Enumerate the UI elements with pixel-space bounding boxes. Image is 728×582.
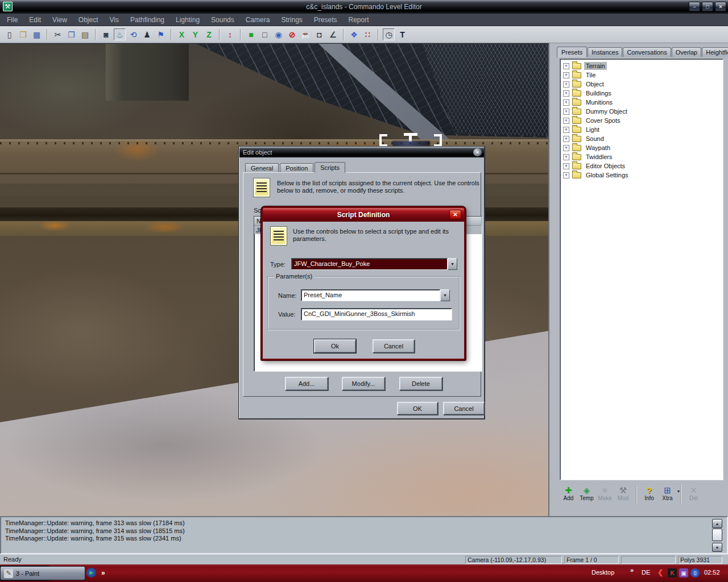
quick-launch-more-icon[interactable]: » <box>101 569 105 577</box>
drop-object-icon[interactable]: ↕ <box>224 28 236 40</box>
expand-plus-icon[interactable] <box>563 72 569 78</box>
chevron-down-icon[interactable]: ▼ <box>448 258 457 270</box>
parameter-name-combo[interactable]: Preset_Name ▼ <box>301 289 450 301</box>
xtra-button[interactable]: ⊞ Xtra ▾ <box>659 485 676 501</box>
tree-item-dummy-object[interactable]: Dummy Object <box>563 107 723 116</box>
tray-collapse-icon[interactable]: ❮ <box>657 568 663 576</box>
script-definition-cancel-button[interactable]: Cancel <box>373 339 415 353</box>
tree-item-twiddlers[interactable]: Twiddlers <box>563 152 723 161</box>
save-icon[interactable]: ▦ <box>31 28 43 40</box>
expand-plus-icon[interactable] <box>563 163 569 169</box>
tab-conversations[interactable]: Conversations <box>623 47 671 57</box>
make-button[interactable]: ✳ Make <box>596 485 614 501</box>
tree-item-global-settings[interactable]: Global Settings <box>563 171 723 180</box>
paste-icon[interactable]: ▤ <box>79 28 91 40</box>
desktop-toolbar-label[interactable]: Desktop <box>592 569 614 576</box>
menu-strings[interactable]: Strings <box>275 14 308 26</box>
desktop-more-icon[interactable]: » <box>630 567 634 573</box>
tray-kaspersky-icon[interactable]: K <box>668 568 677 577</box>
menu-report[interactable]: Report <box>343 14 375 26</box>
script-type-combo[interactable]: JFW_Character_Buy_Poke ▼ <box>291 258 457 270</box>
edit-object-cancel-button[interactable]: Cancel <box>443 402 485 415</box>
axis-y-icon[interactable]: Y <box>189 28 201 40</box>
object-select-tool-icon[interactable]: ♨ <box>114 28 126 40</box>
open-file-icon[interactable]: ❒ <box>17 28 29 40</box>
add-script-button[interactable]: Add... <box>285 377 328 390</box>
show-objects-icon[interactable]: ◉ <box>272 28 284 40</box>
tab-heightfield[interactable]: Heightfield <box>702 47 728 57</box>
cubes-icon[interactable]: ∷ <box>362 28 374 40</box>
window-titlebar[interactable]: ⚒ c&c_islands - Commando Level Editor –□… <box>0 0 728 14</box>
tree-item-waypath[interactable]: Waypath <box>563 143 723 152</box>
edit-tab-general[interactable]: General <box>245 163 279 173</box>
lamp-icon[interactable]: ☕ <box>300 28 312 40</box>
menu-presets[interactable]: Presets <box>308 14 343 26</box>
expand-plus-icon[interactable] <box>563 172 569 178</box>
parameter-value-input[interactable]: CnC_GDI_MiniGunner_3Boss_Skirmish <box>301 308 452 321</box>
script-definition-ok-button[interactable]: Ok <box>314 339 356 353</box>
menu-pathfinding[interactable]: Pathfinding <box>125 14 170 26</box>
menu-object[interactable]: Object <box>73 14 104 26</box>
mod-button[interactable]: ⚒ Mod <box>614 485 632 501</box>
edit-object-titlebar[interactable]: Edit object ✕ <box>239 147 484 157</box>
menu-lighting[interactable]: Lighting <box>170 14 205 26</box>
tray-scheduler-icon[interactable]: ▯ <box>690 568 700 577</box>
menu-sounds[interactable]: Sounds <box>205 14 240 26</box>
edit-tab-position[interactable]: Position <box>280 163 313 173</box>
tree-item-munitions[interactable]: Munitions <box>563 98 723 107</box>
wireframe-mode-icon[interactable]: □ <box>259 28 271 40</box>
tree-item-object[interactable]: Object <box>563 80 723 89</box>
copy-icon[interactable]: ❐ <box>65 28 77 40</box>
info-button[interactable]: ? Info <box>640 485 658 501</box>
task-paint[interactable]: ✎ 3 - Paint <box>0 566 85 580</box>
chevron-down-icon[interactable]: ▼ <box>440 289 450 301</box>
edit-object-ok-button[interactable]: OK <box>397 402 438 415</box>
tab-overlap[interactable]: Overlap <box>672 47 702 57</box>
axis-z-icon[interactable]: Z <box>203 28 215 40</box>
log-scrollbar[interactable]: ▲ ▼ <box>712 519 722 552</box>
shapes-icon[interactable]: ❖ <box>348 28 360 40</box>
add-preset-button[interactable]: ✚ Add <box>560 485 577 501</box>
expand-plus-icon[interactable] <box>563 154 569 160</box>
expand-plus-icon[interactable] <box>563 63 569 69</box>
menu-edit[interactable]: Edit <box>23 14 47 26</box>
solid-mode-icon[interactable]: ■ <box>245 28 257 40</box>
menu-file[interactable]: File <box>1 14 23 26</box>
presets-tree[interactable]: Terrain Tile Object Buildings <box>560 59 723 480</box>
close-icon[interactable]: ✕ <box>449 210 461 219</box>
script-type-value[interactable]: JFW_Character_Buy_Poke <box>291 258 448 270</box>
minimize-button[interactable]: – <box>689 2 700 11</box>
walkthrough-tool-icon[interactable]: ♟ <box>141 28 153 40</box>
camera-settings-icon[interactable]: ◘ <box>313 28 325 40</box>
expand-plus-icon[interactable] <box>563 99 569 106</box>
zone-edit-icon[interactable]: ∠ <box>327 28 339 40</box>
tray-winfast-icon[interactable]: ▣ <box>679 568 688 577</box>
close-button[interactable]: ✕ <box>715 2 726 11</box>
camera-tool-icon[interactable]: ◙ <box>100 28 112 40</box>
scroll-down-icon[interactable]: ▼ <box>712 543 722 552</box>
expand-plus-icon[interactable] <box>563 81 569 88</box>
tab-instances[interactable]: Instances <box>588 47 622 57</box>
tree-item-buildings[interactable]: Buildings <box>563 89 723 98</box>
tab-presets[interactable]: Presets <box>557 47 587 57</box>
tree-item-cover-spots[interactable]: Cover Spots <box>563 116 723 125</box>
quicklaunch-media-icon[interactable]: ▶ <box>86 568 96 577</box>
tree-item-terrain[interactable]: Terrain <box>563 61 723 70</box>
expand-plus-icon[interactable] <box>563 109 569 115</box>
expand-plus-icon[interactable] <box>563 90 569 97</box>
tree-item-tile[interactable]: Tile <box>563 70 723 80</box>
menu-camera[interactable]: Camera <box>240 14 276 26</box>
del-button[interactable]: ✕ Del <box>685 485 702 501</box>
menu-vis[interactable]: Vis <box>104 14 125 26</box>
selected-object[interactable] <box>392 141 430 146</box>
new-file-icon[interactable]: ▯ <box>3 28 15 40</box>
orbit-tool-icon[interactable]: ⟲ <box>127 28 139 40</box>
expand-plus-icon[interactable] <box>563 145 569 151</box>
temp-preset-button[interactable]: ◈ Temp <box>578 485 595 501</box>
axis-x-icon[interactable]: X <box>176 28 188 40</box>
tree-item-light[interactable]: Light <box>563 125 723 134</box>
parameter-name-value[interactable]: Preset_Name <box>301 289 440 301</box>
close-icon[interactable]: ✕ <box>473 148 482 156</box>
tree-item-editor-objects[interactable]: Editor Objects <box>563 161 723 171</box>
cut-icon[interactable]: ✂ <box>52 28 64 40</box>
